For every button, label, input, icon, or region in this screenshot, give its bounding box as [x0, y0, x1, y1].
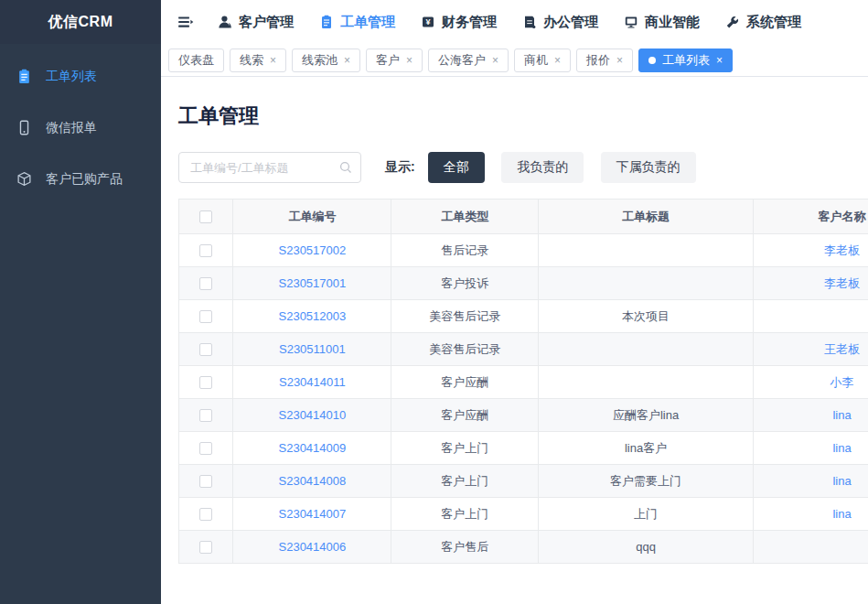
order-type-cell: 客户上门: [391, 498, 539, 531]
nav-item-label: 工单管理: [340, 14, 395, 31]
table-row: S230414009 客户上门 lina客户 lina: [179, 432, 868, 465]
order-type-cell: 客户应酬: [391, 399, 539, 432]
sidebar-menu: 工单列表 微信报单 客户已购产品: [0, 44, 161, 205]
filter-button-2[interactable]: 下属负责的: [601, 152, 696, 183]
order-no-cell: S230414009: [233, 432, 391, 465]
tab-5[interactable]: 商机 ×: [514, 49, 571, 72]
page-content: 工单管理 显示: 全部 我负责的 下属负责的: [161, 77, 868, 604]
tab-4[interactable]: 公海客户 ×: [428, 49, 509, 72]
sidebar-item-label: 微信报单: [46, 120, 97, 136]
active-dot-icon: [648, 57, 656, 64]
row-checkbox[interactable]: [199, 343, 212, 356]
close-icon[interactable]: ×: [344, 55, 350, 66]
tab-0[interactable]: 仪表盘: [168, 49, 224, 72]
row-checkbox[interactable]: [199, 442, 212, 455]
close-icon[interactable]: ×: [270, 55, 276, 66]
order-no-cell: S230511001: [233, 333, 391, 366]
sidebar-item-2[interactable]: 客户已购产品: [0, 154, 161, 205]
order-no-link[interactable]: S230414008: [279, 474, 347, 488]
display-label: 显示:: [385, 159, 415, 176]
order-type-cell: 售后记录: [391, 234, 539, 267]
nav-item-3[interactable]: 办公管理: [522, 14, 598, 31]
close-icon[interactable]: ×: [616, 55, 623, 66]
customer-link[interactable]: lina: [832, 474, 851, 488]
customer-link[interactable]: lina: [832, 408, 851, 422]
filter-button-0[interactable]: 全部: [428, 152, 485, 183]
close-icon[interactable]: ×: [492, 55, 498, 66]
row-checkbox[interactable]: [199, 376, 212, 389]
customer-link[interactable]: lina: [832, 507, 851, 521]
row-checkbox[interactable]: [199, 508, 212, 521]
order-title-cell: [539, 366, 754, 399]
order-title-cell: [539, 234, 754, 267]
phone-icon: [16, 120, 33, 136]
table-row: S230517002 售后记录 李老板 签到审核通过: [179, 234, 868, 267]
tab-1[interactable]: 线索 ×: [230, 49, 286, 72]
order-no-link[interactable]: S230414010: [279, 408, 347, 422]
row-checkbox[interactable]: [199, 244, 212, 257]
sidebar-item-0[interactable]: 工单列表: [0, 51, 161, 102]
tab-label: 仪表盘: [178, 52, 214, 69]
order-no-link[interactable]: S230414011: [279, 375, 346, 389]
nav-item-0[interactable]: 客户管理: [218, 14, 294, 31]
row-checkbox[interactable]: [199, 310, 212, 323]
menu-collapse-icon[interactable]: [172, 8, 199, 36]
tab-6[interactable]: 报价 ×: [576, 49, 633, 72]
order-no-link[interactable]: S230511001: [279, 342, 346, 356]
close-icon[interactable]: ×: [406, 55, 413, 66]
customer-cell: [754, 300, 868, 333]
row-checkbox[interactable]: [199, 475, 212, 488]
order-title-cell: 上门: [539, 498, 754, 531]
tab-2[interactable]: 线索池 ×: [292, 49, 360, 72]
order-no-link[interactable]: S230512003: [279, 309, 347, 323]
checkbox-cell: [179, 465, 233, 498]
tab-label: 公海客户: [438, 52, 486, 69]
customer-link[interactable]: 李老板: [824, 243, 860, 257]
close-icon[interactable]: ×: [554, 55, 561, 66]
table-row: S230512003 美容售后记录 本次项目: [179, 300, 868, 333]
customer-cell: 小李: [754, 366, 868, 399]
filter-button-1[interactable]: 我负责的: [501, 152, 584, 183]
close-icon[interactable]: ×: [716, 55, 723, 66]
order-no-cell: S230512003: [233, 300, 391, 333]
order-no-link[interactable]: S230517002: [279, 243, 347, 257]
app-layout: 优信CRM 工单列表 微信报单 客户已购产品: [0, 0, 868, 604]
nav-item-4[interactable]: 商业智能: [624, 14, 700, 31]
nav-item-label: 客户管理: [239, 14, 294, 31]
nav-item-label: 办公管理: [543, 14, 598, 31]
customer-link[interactable]: lina: [832, 441, 851, 455]
search-input[interactable]: [178, 152, 361, 183]
row-checkbox[interactable]: [199, 541, 212, 554]
order-no-link[interactable]: S230517001: [279, 276, 347, 290]
tab-bar: 仪表盘 线索 × 线索池 × 客户 × 公海客户 × 商机 ×: [161, 44, 868, 77]
order-no-link[interactable]: S230414007: [279, 507, 347, 521]
checkbox-cell: [179, 267, 233, 300]
tab-label: 报价: [586, 52, 610, 69]
clipboard-icon: [16, 69, 33, 85]
order-type-cell: 美容售后记录: [391, 333, 539, 366]
order-no-link[interactable]: S230414006: [279, 540, 347, 554]
checkbox-cell: [179, 432, 233, 465]
search-icon: [338, 160, 353, 175]
customer-cell: 李老板: [754, 267, 868, 300]
column-header: 工单类型: [391, 200, 539, 234]
checkbox-cell: [179, 531, 233, 564]
select-all-checkbox[interactable]: [199, 210, 212, 223]
customer-cell: lina: [754, 432, 868, 465]
tab-3[interactable]: 客户 ×: [366, 49, 423, 72]
tab-7[interactable]: 工单列表 ×: [638, 49, 733, 72]
nav-item-5[interactable]: 系统管理: [725, 14, 801, 31]
table-row: S230414010 客户应酬 应酬客户lina lina: [179, 399, 868, 432]
nav-item-1[interactable]: 工单管理: [319, 14, 395, 31]
column-header: 工单标题: [539, 200, 754, 234]
row-checkbox[interactable]: [199, 409, 212, 422]
sidebar-item-1[interactable]: 微信报单: [0, 102, 161, 154]
tab-label: 客户: [376, 52, 400, 69]
customer-link[interactable]: 小李: [830, 375, 854, 389]
order-title-cell: [539, 333, 754, 366]
row-checkbox[interactable]: [199, 277, 212, 290]
nav-item-2[interactable]: ¥ 财务管理: [421, 14, 497, 31]
customer-link[interactable]: 李老板: [824, 276, 860, 290]
customer-link[interactable]: 王老板: [824, 342, 860, 356]
order-no-link[interactable]: S230414009: [279, 441, 347, 455]
